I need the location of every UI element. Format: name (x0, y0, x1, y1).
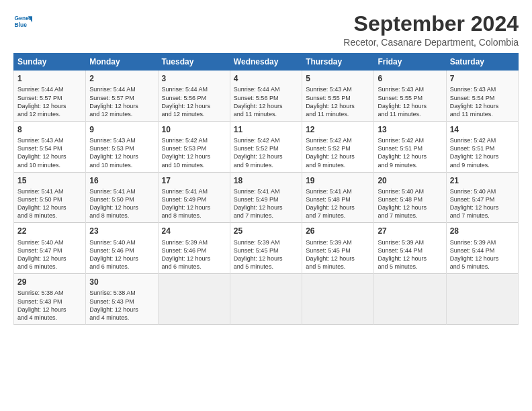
day-info-line: Daylight: 12 hours (89, 255, 154, 263)
day-info-line: and 11 minutes. (378, 110, 442, 118)
day-info-line: Daylight: 12 hours (378, 152, 442, 161)
day-info-line: Sunrise: 5:39 AM (378, 238, 442, 246)
day-number: 11 (234, 124, 298, 135)
day-info-line: Sunset: 5:50 PM (17, 195, 82, 203)
day-info-line: and 7 minutes. (234, 212, 298, 220)
calendar-cell: 14Sunrise: 5:42 AMSunset: 5:51 PMDayligh… (446, 121, 518, 172)
day-info-line: Sunrise: 5:42 AM (378, 136, 442, 144)
day-number: 7 (450, 73, 515, 84)
day-info-line: Daylight: 12 hours (17, 306, 82, 314)
day-info-line: Sunrise: 5:42 AM (306, 136, 370, 144)
day-info-line: Sunrise: 5:43 AM (450, 85, 515, 93)
calendar-cell: 13Sunrise: 5:42 AMSunset: 5:51 PMDayligh… (374, 121, 446, 172)
day-info-line: Sunset: 5:50 PM (89, 195, 154, 203)
day-info-line: and 9 minutes. (378, 161, 442, 169)
day-info-line: Sunrise: 5:42 AM (450, 136, 515, 144)
day-info-line: and 9 minutes. (234, 161, 298, 169)
day-info-line: Sunset: 5:48 PM (306, 195, 370, 203)
calendar-cell: 29Sunrise: 5:38 AMSunset: 5:43 PMDayligh… (14, 274, 86, 325)
calendar-cell (374, 274, 446, 325)
day-info-line: Sunrise: 5:40 AM (89, 238, 154, 246)
day-number: 27 (378, 226, 442, 236)
day-number: 16 (89, 175, 154, 186)
day-info-line: Sunrise: 5:39 AM (450, 238, 515, 246)
day-info-line: and 5 minutes. (306, 263, 370, 271)
day-info-line: Daylight: 12 hours (89, 152, 154, 161)
day-info-line: Sunrise: 5:43 AM (306, 85, 370, 93)
day-info-line: Daylight: 12 hours (306, 203, 370, 212)
calendar-week-row: 22Sunrise: 5:40 AMSunset: 5:47 PMDayligh… (14, 223, 519, 274)
day-info-line: Sunset: 5:47 PM (450, 195, 515, 203)
day-number: 5 (306, 73, 370, 84)
day-number: 17 (162, 175, 226, 186)
day-info-line: Daylight: 12 hours (450, 203, 515, 212)
calendar-cell: 4Sunrise: 5:44 AMSunset: 5:56 PMDaylight… (230, 71, 302, 122)
calendar-cell: 18Sunrise: 5:41 AMSunset: 5:49 PMDayligh… (230, 172, 302, 223)
day-number: 18 (234, 175, 298, 186)
day-info-line: and 5 minutes. (378, 263, 442, 271)
day-number: 12 (306, 124, 370, 135)
day-info-line: and 7 minutes. (450, 212, 515, 220)
day-number: 24 (162, 226, 226, 236)
day-info-line: and 12 minutes. (89, 110, 154, 118)
day-info-line: Sunset: 5:45 PM (306, 246, 370, 255)
day-info-line: Sunset: 5:51 PM (378, 144, 442, 152)
day-info-line: Sunset: 5:55 PM (378, 94, 442, 102)
day-info-line: and 6 minutes. (89, 263, 154, 271)
day-number: 1 (17, 73, 82, 84)
calendar-cell: 7Sunrise: 5:43 AMSunset: 5:54 PMDaylight… (446, 71, 518, 122)
location-subtitle: Recetor, Casanare Department, Colombia (343, 37, 519, 48)
calendar-cell: 30Sunrise: 5:38 AMSunset: 5:43 PMDayligh… (86, 274, 158, 325)
day-info-line: Daylight: 12 hours (89, 102, 154, 110)
calendar-cell (158, 274, 230, 325)
day-info-line: Daylight: 12 hours (450, 152, 515, 161)
calendar-cell: 19Sunrise: 5:41 AMSunset: 5:48 PMDayligh… (302, 172, 374, 223)
day-info-line: Sunset: 5:51 PM (450, 144, 515, 152)
day-info-line: Sunset: 5:56 PM (234, 94, 298, 102)
calendar-cell: 5Sunrise: 5:43 AMSunset: 5:55 PMDaylight… (302, 71, 374, 122)
day-info-line: Daylight: 12 hours (234, 203, 298, 212)
calendar-week-row: 15Sunrise: 5:41 AMSunset: 5:50 PMDayligh… (14, 172, 519, 223)
day-info-line: Sunrise: 5:44 AM (162, 85, 226, 93)
calendar-cell: 24Sunrise: 5:39 AMSunset: 5:46 PMDayligh… (158, 223, 230, 274)
day-info-line: Sunset: 5:48 PM (378, 195, 442, 203)
day-number: 22 (17, 226, 82, 236)
day-info-line: Daylight: 12 hours (450, 102, 515, 110)
day-info-line: Sunset: 5:57 PM (89, 94, 154, 102)
day-info-line: and 8 minutes. (17, 212, 82, 220)
day-info-line: Sunset: 5:49 PM (162, 195, 226, 203)
calendar-cell: 28Sunrise: 5:39 AMSunset: 5:44 PMDayligh… (446, 223, 518, 274)
day-info-line: and 8 minutes. (89, 212, 154, 220)
day-info-line: Sunrise: 5:41 AM (306, 187, 370, 195)
day-info-line: Sunrise: 5:41 AM (162, 187, 226, 195)
day-number: 28 (450, 226, 515, 236)
day-info-line: and 11 minutes. (234, 110, 298, 118)
day-info-line: Sunrise: 5:44 AM (17, 85, 82, 93)
col-header-sunday: Sunday (14, 54, 86, 71)
calendar-cell: 2Sunrise: 5:44 AMSunset: 5:57 PMDaylight… (86, 71, 158, 122)
day-info-line: and 5 minutes. (234, 263, 298, 271)
day-info-line: Daylight: 12 hours (17, 102, 82, 110)
calendar-table: SundayMondayTuesdayWednesdayThursdayFrid… (13, 53, 519, 325)
day-info-line: Sunrise: 5:43 AM (89, 136, 154, 144)
col-header-thursday: Thursday (302, 54, 374, 71)
day-info-line: Sunset: 5:55 PM (306, 94, 370, 102)
day-info-line: Sunset: 5:52 PM (234, 144, 298, 152)
day-number: 3 (162, 73, 226, 84)
day-info-line: Sunset: 5:56 PM (162, 94, 226, 102)
calendar-cell: 15Sunrise: 5:41 AMSunset: 5:50 PMDayligh… (14, 172, 86, 223)
calendar-cell: 10Sunrise: 5:42 AMSunset: 5:53 PMDayligh… (158, 121, 230, 172)
page-header: General Blue September 2024 Recetor, Cas… (13, 12, 519, 48)
day-info-line: Sunrise: 5:41 AM (89, 187, 154, 195)
day-info-line: Sunrise: 5:40 AM (378, 187, 442, 195)
day-info-line: Sunset: 5:47 PM (17, 246, 82, 255)
day-number: 30 (89, 277, 154, 287)
day-info-line: and 9 minutes. (306, 161, 370, 169)
day-info-line: Sunset: 5:52 PM (306, 144, 370, 152)
day-info-line: Daylight: 12 hours (450, 255, 515, 263)
col-header-tuesday: Tuesday (158, 54, 230, 71)
day-info-line: and 4 minutes. (17, 314, 82, 322)
calendar-cell: 1Sunrise: 5:44 AMSunset: 5:57 PMDaylight… (14, 71, 86, 122)
day-info-line: and 5 minutes. (450, 263, 515, 271)
day-info-line: and 11 minutes. (450, 110, 515, 118)
